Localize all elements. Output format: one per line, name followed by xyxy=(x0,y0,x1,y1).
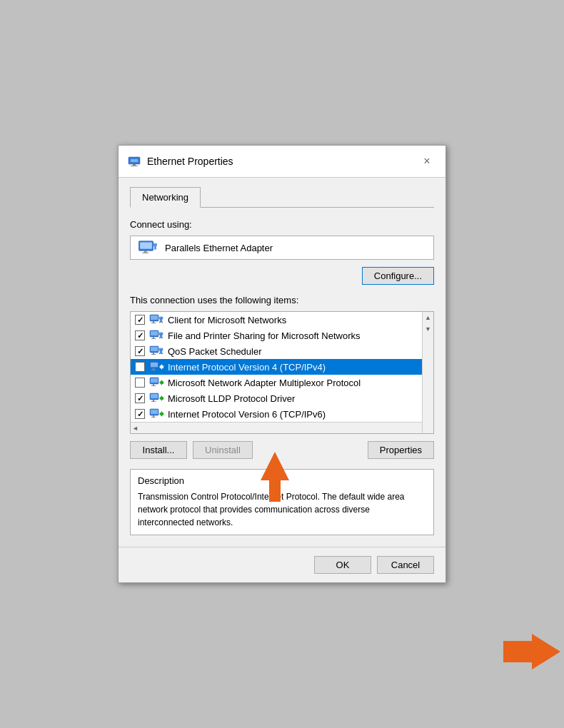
item-checkbox[interactable] xyxy=(135,393,145,403)
svg-rect-18 xyxy=(162,322,163,323)
svg-rect-34 xyxy=(159,353,160,354)
svg-rect-15 xyxy=(160,319,162,322)
item-checkbox[interactable] xyxy=(135,378,145,388)
list-item[interactable]: QoS Packet Scheduler xyxy=(131,343,422,359)
svg-rect-25 xyxy=(159,338,160,338)
list-item[interactable]: Client for Microsoft Networks xyxy=(131,312,422,328)
items-list: Client for Microsoft Networks File and P… xyxy=(131,312,433,422)
list-item[interactable]: Internet Protocol Version 4 (TCP/IPv4) xyxy=(131,359,422,375)
scroll-left-arrow[interactable]: ◄ xyxy=(132,425,139,432)
ok-button[interactable]: OK xyxy=(314,556,371,574)
list-item[interactable]: Microsoft Network Adapter Multiplexor Pr… xyxy=(131,375,422,390)
dialog-footer: OK Cancel xyxy=(119,547,445,582)
horizontal-scrollbar[interactable]: ◄ ► xyxy=(131,422,433,433)
item-label: Internet Protocol Version 4 (TCP/IPv4) xyxy=(168,362,326,373)
item-label: Client for Microsoft Networks xyxy=(168,315,286,325)
item-checkbox[interactable] xyxy=(135,330,145,340)
item-icon xyxy=(149,393,163,404)
svg-rect-43 xyxy=(151,378,158,383)
svg-marker-56 xyxy=(159,411,163,417)
uninstall-button[interactable]: Uninstall xyxy=(193,441,253,459)
adapter-icon xyxy=(138,241,158,255)
list-item[interactable]: Internet Protocol Version 6 (TCP/IPv6) xyxy=(131,406,422,422)
svg-rect-53 xyxy=(151,410,158,414)
svg-rect-6 xyxy=(144,251,146,253)
adapter-name: Parallels Ethernet Adapter xyxy=(165,243,273,253)
svg-rect-11 xyxy=(151,315,158,320)
item-checkbox[interactable] xyxy=(135,409,145,419)
svg-rect-2 xyxy=(133,164,136,166)
svg-rect-35 xyxy=(161,353,161,354)
svg-marker-46 xyxy=(159,380,163,385)
svg-rect-12 xyxy=(153,321,154,323)
ethernet-properties-dialog: Ethernet Properties × Networking Connect… xyxy=(118,145,446,583)
svg-rect-48 xyxy=(151,394,158,398)
svg-rect-26 xyxy=(161,338,161,338)
svg-rect-7 xyxy=(143,253,148,253)
install-button[interactable]: Install... xyxy=(130,441,187,459)
scroll-up-arrow[interactable]: ▲ xyxy=(423,312,433,323)
item-checkbox[interactable] xyxy=(135,315,145,325)
right-arrow-annotation xyxy=(503,630,560,673)
dialog-body: Networking Connect using: Parallels Ethe… xyxy=(119,178,445,547)
svg-rect-21 xyxy=(153,337,154,338)
list-item[interactable]: Microsoft LLDP Protocol Driver xyxy=(131,390,422,406)
list-item[interactable]: File and Printer Sharing for Microsoft N… xyxy=(131,328,422,343)
item-icon xyxy=(149,377,163,388)
svg-rect-17 xyxy=(161,322,161,323)
tab-networking[interactable]: Networking xyxy=(130,187,201,208)
description-text: Transmission Control Protocol/Internet P… xyxy=(138,490,426,529)
svg-rect-5 xyxy=(140,243,152,249)
cancel-button[interactable]: Cancel xyxy=(377,556,434,574)
svg-marker-58 xyxy=(503,634,560,669)
item-label: Internet Protocol Version 6 (TCP/IPv6) xyxy=(168,409,326,420)
scroll-down-arrow[interactable]: ▼ xyxy=(423,323,433,335)
svg-marker-41 xyxy=(159,364,163,370)
svg-rect-33 xyxy=(160,350,162,353)
item-icon xyxy=(149,345,163,357)
item-icon xyxy=(149,314,163,325)
title-bar: Ethernet Properties × xyxy=(119,146,445,178)
scrollbar[interactable]: ▲ ▼ xyxy=(422,312,433,433)
item-label: Microsoft Network Adapter Multiplexor Pr… xyxy=(168,378,361,388)
svg-rect-23 xyxy=(159,333,163,335)
svg-rect-50 xyxy=(151,401,156,402)
svg-rect-55 xyxy=(151,417,156,418)
svg-rect-30 xyxy=(153,353,154,354)
svg-rect-20 xyxy=(151,331,158,335)
svg-rect-38 xyxy=(151,363,158,367)
svg-rect-39 xyxy=(153,368,154,370)
item-label: File and Printer Sharing for Microsoft N… xyxy=(168,330,360,341)
ethernet-icon xyxy=(127,154,141,168)
tab-bar: Networking xyxy=(130,186,434,208)
svg-rect-36 xyxy=(162,353,163,354)
svg-rect-54 xyxy=(153,415,154,417)
svg-rect-32 xyxy=(159,348,163,350)
svg-rect-14 xyxy=(159,317,163,319)
svg-rect-3 xyxy=(131,166,138,166)
item-checkbox[interactable] xyxy=(135,362,145,372)
svg-rect-24 xyxy=(160,335,162,338)
svg-rect-44 xyxy=(153,384,154,385)
svg-marker-51 xyxy=(159,395,163,401)
close-button[interactable]: × xyxy=(417,151,437,171)
adapter-box: Parallels Ethernet Adapter xyxy=(130,236,434,260)
svg-rect-45 xyxy=(151,385,156,386)
item-label: Microsoft LLDP Protocol Driver xyxy=(168,393,295,404)
dialog-title: Ethernet Properties xyxy=(147,156,233,167)
svg-rect-27 xyxy=(162,338,163,338)
svg-rect-49 xyxy=(153,400,154,401)
svg-rect-22 xyxy=(151,338,156,339)
svg-rect-16 xyxy=(159,322,160,323)
description-box: Description Transmission Control Protoco… xyxy=(130,469,434,535)
svg-rect-29 xyxy=(151,347,158,351)
configure-button[interactable]: Configure... xyxy=(362,267,434,285)
svg-rect-9 xyxy=(154,246,156,250)
properties-button[interactable]: Properties xyxy=(368,441,434,459)
title-bar-left: Ethernet Properties xyxy=(127,154,233,168)
items-list-container: Client for Microsoft Networks File and P… xyxy=(130,311,434,434)
svg-rect-40 xyxy=(151,370,156,370)
connection-items-label: This connection uses the following items… xyxy=(130,295,434,305)
svg-rect-1 xyxy=(131,159,138,162)
item-checkbox[interactable] xyxy=(135,346,145,356)
